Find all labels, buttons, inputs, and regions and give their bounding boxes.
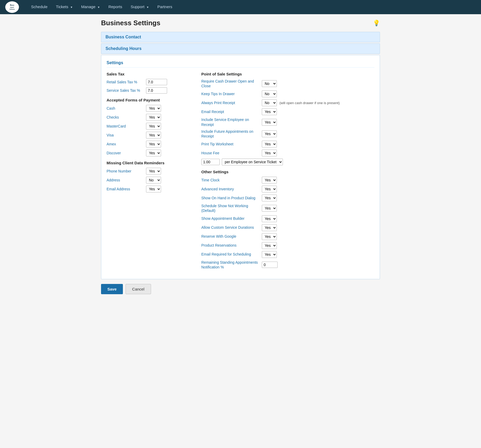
other-remaining-notif-label: Remaining Standing Appointments Notifica… <box>201 260 259 269</box>
pos-house-fee-select[interactable]: YesNo <box>262 150 277 156</box>
other-appt-builder-row: Show Appointment Builder YesNo <box>201 215 374 222</box>
payment-mastercard-select[interactable]: YesNo <box>146 123 161 130</box>
payment-cash-label: Cash <box>107 106 143 110</box>
navbar: Rosy Salon Software Schedule Tickets ▼ M… <box>0 0 481 14</box>
service-tax-label: Service Sales Tax % <box>107 88 143 93</box>
payment-amex-row: Amex YesNo <box>107 141 191 147</box>
missing-client-title: Missing Client Data Reminders <box>107 161 191 165</box>
save-button[interactable]: Save <box>101 284 123 294</box>
other-adv-inventory-select[interactable]: YesNo <box>262 186 277 192</box>
pos-print-receipt-note: (will open cash drawer if one is present… <box>279 101 340 105</box>
pos-future-appt-select[interactable]: YesNo <box>262 130 277 137</box>
pos-cash-drawer-select[interactable]: NoYes <box>262 80 277 87</box>
pos-tips-select[interactable]: NoYes <box>262 90 277 97</box>
brand[interactable]: Rosy Salon Software <box>5 1 19 13</box>
missing-email-label: Email Address <box>107 187 143 191</box>
pos-service-emp-label: Include Service Employee on Receipt <box>201 117 259 127</box>
pos-print-receipt-label: Always Print Receipt <box>201 100 259 105</box>
payment-visa-select[interactable]: YesNo <box>146 132 161 139</box>
other-show-onhand-select[interactable]: YesNo <box>262 195 277 201</box>
cancel-button[interactable]: Cancel <box>126 284 151 294</box>
pos-title: Point of Sale Settings <box>201 72 374 76</box>
brand-logo: Rosy Salon Software <box>5 1 19 13</box>
payment-checks-select[interactable]: YesNo <box>146 114 161 121</box>
other-show-onhand-row: Show On Hand in Product Dialog YesNo <box>201 195 374 201</box>
pos-service-emp-row: Include Service Employee on Receipt YesN… <box>201 117 374 127</box>
nav-tickets[interactable]: Tickets ▼ <box>52 0 77 14</box>
payment-discover-label: Discover <box>107 151 143 155</box>
pos-tip-worksheet-row: Print Tip Worksheet YesNo <box>201 141 374 147</box>
pos-tips-row: Keep Tips In Drawer NoYes <box>201 90 374 97</box>
nav-partners[interactable]: Partners <box>153 0 177 14</box>
missing-phone-select[interactable]: YesNo <box>146 168 161 175</box>
other-custom-duration-row: Allow Custom Service Durations YesNo <box>201 224 374 231</box>
other-schedule-notworking-row: Schedule Show Not Working (Default) YesN… <box>201 203 374 213</box>
payment-amex-select[interactable]: YesNo <box>146 141 161 147</box>
nav-links: Schedule Tickets ▼ Manage ▼ Reports Supp… <box>27 0 177 14</box>
other-product-reservations-select[interactable]: YesNo <box>262 242 277 249</box>
house-fee-type-select[interactable]: per Employee on Service Ticket per Ticke… <box>222 159 283 165</box>
other-custom-duration-select[interactable]: YesNo <box>262 224 277 231</box>
pos-tip-worksheet-select[interactable]: YesNo <box>262 141 277 147</box>
other-product-reservations-row: Product Reservations YesNo <box>201 242 374 249</box>
page-title: Business Settings <box>101 19 160 27</box>
missing-phone-row: Phone Number YesNo <box>107 168 191 175</box>
other-time-clock-select[interactable]: YesNo <box>262 177 277 184</box>
svg-text:Salon: Salon <box>10 7 14 8</box>
other-remaining-notif-input[interactable] <box>262 262 278 268</box>
service-tax-row: Service Sales Tax % <box>107 87 191 94</box>
business-contact-label: Business Contact <box>106 35 141 39</box>
scheduling-hours-section[interactable]: Scheduling Hours <box>101 43 380 54</box>
pos-service-emp-select[interactable]: YesNo <box>262 119 277 126</box>
svg-text:Software: Software <box>9 9 15 10</box>
payment-amex-label: Amex <box>107 142 143 146</box>
other-appt-builder-select[interactable]: YesNo <box>262 215 277 222</box>
pos-house-fee-row: House Fee YesNo <box>201 150 374 156</box>
missing-email-select[interactable]: YesNo <box>146 186 161 192</box>
pos-future-appt-row: Include Future Appointments on Receipt Y… <box>201 129 374 139</box>
payment-mastercard-row: MasterCard YesNo <box>107 123 191 130</box>
payment-cash-select[interactable]: YesNo <box>146 105 161 112</box>
business-contact-section[interactable]: Business Contact <box>101 32 380 42</box>
other-schedule-notworking-select[interactable]: YesNo <box>262 205 277 212</box>
missing-email-row: Email Address YesNo <box>107 186 191 192</box>
pos-email-receipt-select[interactable]: YesNo <box>262 108 277 115</box>
pos-house-fee-label: House Fee <box>201 151 259 155</box>
nav-schedule[interactable]: Schedule <box>27 0 52 14</box>
col-right: Point of Sale Settings Require Cash Draw… <box>201 72 374 272</box>
nav-support[interactable]: Support ▼ <box>126 0 153 14</box>
other-settings-title: Other Settings <box>201 170 374 174</box>
missing-address-select[interactable]: NoYes <box>146 177 161 184</box>
other-email-scheduling-select[interactable]: YesNo <box>262 251 277 258</box>
pos-cash-drawer-label: Require Cash Drawer Open and Close <box>201 79 259 88</box>
other-adv-inventory-label: Advanced Inventory <box>201 187 259 191</box>
other-adv-inventory-row: Advanced Inventory YesNo <box>201 186 374 192</box>
payment-discover-select[interactable]: YesNo <box>146 150 161 156</box>
svg-text:Rosy: Rosy <box>10 4 14 6</box>
missing-address-row: Address NoYes <box>107 177 191 184</box>
other-reserve-google-label: Reserve With Google <box>201 234 259 239</box>
settings-columns: Sales Tax Retail Sales Tax % Service Sal… <box>107 72 374 272</box>
page-container: Business Settings 💡 Business Contact Sch… <box>96 14 385 302</box>
house-fee-amount-input[interactable] <box>201 159 220 165</box>
payment-visa-row: Visa YesNo <box>107 132 191 139</box>
retail-tax-label: Retail Sales Tax % <box>107 80 143 84</box>
other-reserve-google-row: Reserve With Google YesNo <box>201 233 374 240</box>
col-left: Sales Tax Retail Sales Tax % Service Sal… <box>107 72 191 272</box>
other-reserve-google-select[interactable]: YesNo <box>262 233 277 240</box>
retail-tax-input[interactable] <box>146 79 167 85</box>
service-tax-input[interactable] <box>146 87 167 94</box>
pos-future-appt-label: Include Future Appointments on Receipt <box>201 129 259 139</box>
nav-manage[interactable]: Manage ▼ <box>77 0 104 14</box>
other-email-scheduling-label: Email Required for Scheduling <box>201 252 259 257</box>
pos-email-receipt-row: Email Receipt YesNo <box>201 108 374 115</box>
nav-reports[interactable]: Reports <box>104 0 127 14</box>
payment-cash-row: Cash YesNo <box>107 105 191 112</box>
pos-cash-drawer-row: Require Cash Drawer Open and Close NoYes <box>201 79 374 88</box>
payment-mastercard-label: MasterCard <box>107 124 143 128</box>
settings-panel: Settings Sales Tax Retail Sales Tax % Se… <box>101 55 380 279</box>
payment-checks-row: Checks YesNo <box>107 114 191 121</box>
pos-print-receipt-select[interactable]: NoYes <box>262 99 277 106</box>
payment-visa-label: Visa <box>107 133 143 137</box>
other-appt-builder-label: Show Appointment Builder <box>201 216 259 221</box>
